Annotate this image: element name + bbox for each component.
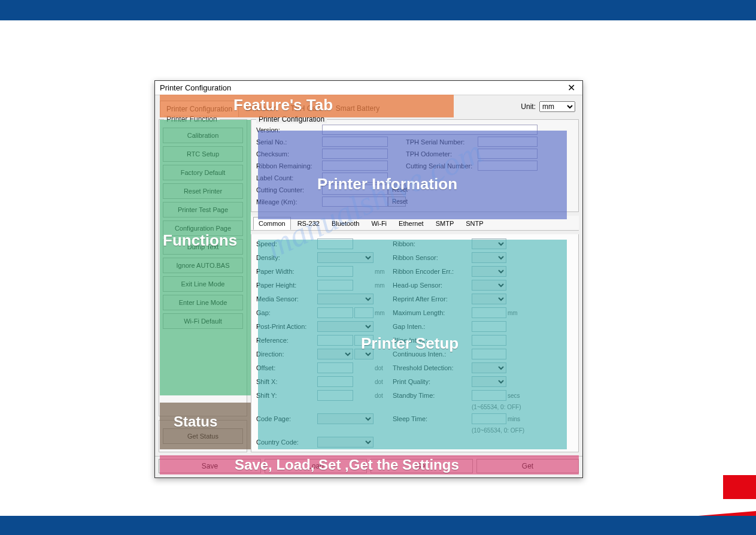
page-bottom-banner — [0, 516, 756, 535]
fn-exit-line-mode[interactable]: Exit Line Mode — [163, 276, 243, 292]
setup-left-label-7: Reference: — [256, 337, 316, 344]
setup-left-label-12: Code Page: — [256, 415, 316, 422]
setup-left-8-b[interactable] — [354, 349, 374, 359]
tab-smart-battery[interactable]: Smart Battery — [329, 100, 386, 117]
setup-left-2[interactable] — [317, 266, 353, 277]
setup-left-label-6: Post-Print Action: — [256, 323, 316, 330]
ctab-sntp[interactable]: SNTP — [460, 217, 488, 230]
setup-left-7-b[interactable] — [354, 335, 374, 346]
setup-left-label-4: Media Sensor: — [256, 295, 316, 303]
ctab-smtp[interactable]: SMTP — [430, 217, 460, 230]
bottom-bar: Save Load Set Get — [155, 456, 582, 475]
unit-select[interactable]: mm — [539, 101, 575, 112]
fn-wifi-default[interactable]: Wi-Fi Default — [163, 313, 243, 329]
setup-left-4[interactable] — [317, 294, 374, 304]
setup-left-10[interactable] — [317, 376, 353, 387]
setup-left-label-2: Paper Width: — [256, 268, 316, 275]
printer-config-window: Printer Configuration ✕ Printer Configur… — [154, 80, 583, 478]
setup-left-1[interactable] — [317, 252, 374, 263]
setup-right-hint-11: (1~65534, 0: OFF) — [472, 404, 529, 410]
val-label-count — [322, 173, 388, 183]
get-button[interactable]: Get — [476, 459, 579, 473]
close-icon[interactable]: ✕ — [565, 82, 578, 93]
setup-left-6[interactable] — [317, 321, 374, 332]
setup-left-label-5: Gap: — [256, 309, 316, 316]
setup-left-label-10: Shift X: — [256, 378, 316, 385]
save-button[interactable]: Save — [159, 459, 261, 473]
setup-left-13[interactable] — [317, 437, 374, 448]
val-cutting-counter — [322, 185, 388, 195]
tab-emulation[interactable]: Emulation — [239, 100, 284, 117]
setup-right-12[interactable] — [472, 413, 506, 424]
val-checksum — [322, 149, 388, 159]
setup-right-11[interactable] — [472, 390, 506, 401]
setup-left-8-a[interactable] — [317, 349, 353, 359]
fn-ignore-autobas[interactable]: Ignore AUTO.BAS — [163, 258, 243, 273]
setup-right-0[interactable] — [472, 238, 506, 249]
val-cutting-serial — [478, 161, 538, 171]
set-button[interactable]: Set — [371, 459, 473, 473]
val-serial — [322, 137, 388, 147]
lbl-label-count: Label Count: — [256, 174, 322, 182]
printer-function-group: Printer Function Calibration RTC Setup F… — [159, 119, 247, 416]
setup-left-3[interactable] — [317, 280, 353, 291]
setup-right-6[interactable] — [472, 321, 506, 332]
lbl-cutting-serial: Cutting Serial Number: — [406, 162, 478, 170]
val-tph-serial — [478, 137, 538, 147]
tab-printer-configuration[interactable]: Printer Configuration — [160, 101, 239, 117]
val-mileage — [322, 197, 388, 207]
lbl-mileage: Mileage (Km): — [256, 198, 322, 205]
fn-rtc-setup[interactable]: RTC Setup — [163, 146, 243, 162]
fn-printer-test-page[interactable]: Printer Test Page — [163, 202, 243, 217]
titlebar: Printer Configuration ✕ — [155, 81, 582, 95]
fn-factory-default[interactable]: Factory Default — [163, 165, 243, 180]
setup-left-label-8: Direction: — [256, 350, 316, 358]
setup-left-7-a[interactable] — [317, 335, 353, 346]
val-tph-odo — [478, 149, 538, 159]
setup-left-9[interactable] — [317, 362, 353, 373]
fn-configuration-page[interactable]: Configuration Page — [163, 220, 243, 236]
setup-right-label-3: Head-up Sensor: — [393, 282, 470, 289]
setup-right-label-7: Bline Inten.: — [393, 337, 470, 344]
fn-calibration[interactable]: Calibration — [163, 128, 243, 143]
setup-right-7[interactable] — [472, 335, 506, 346]
setup-right-8[interactable] — [472, 349, 506, 359]
load-button[interactable]: Load — [265, 459, 367, 473]
reset-cutting-button[interactable]: Reset — [388, 185, 406, 195]
fn-dump-text[interactable]: Dump Text — [163, 239, 243, 255]
lbl-cutting-counter: Cutting Counter: — [256, 186, 322, 194]
fn-reset-printer[interactable]: Reset Printer — [163, 183, 243, 199]
setup-right-3[interactable] — [472, 280, 506, 291]
setup-left-label-1: Density: — [256, 254, 316, 261]
reset-mileage-button[interactable]: Reset — [388, 197, 406, 207]
setup-left-0[interactable] — [317, 238, 353, 249]
ctab-bluetooth[interactable]: Bluetooth — [326, 217, 365, 230]
ctab-common[interactable]: Common — [253, 217, 291, 230]
setup-right-5[interactable] — [472, 307, 506, 318]
setup-right-10[interactable] — [472, 376, 506, 387]
tab-tph-care[interactable]: TPH Care — [284, 100, 329, 117]
get-status-button[interactable]: Get Status — [163, 428, 243, 444]
setup-right-2[interactable] — [472, 266, 506, 277]
setup-left-label-13: Country Code: — [256, 439, 316, 446]
setup-left-11[interactable] — [317, 390, 353, 401]
setup-right-label-4: Reprint After Error: — [393, 295, 470, 303]
setup-right-label-5: Maximum Length: — [393, 309, 470, 316]
setup-left-5-a[interactable] — [317, 307, 353, 318]
setup-right-4[interactable] — [472, 294, 506, 304]
ctab-wifi[interactable]: Wi-Fi — [366, 217, 392, 230]
setup-left-5-b[interactable] — [354, 307, 374, 318]
setup-right-label-6: Gap Inten.: — [393, 323, 470, 330]
ctab-rs232[interactable]: RS-232 — [292, 217, 325, 230]
setup-left-label-11: Shift Y: — [256, 392, 316, 399]
setup-left-12[interactable] — [317, 413, 374, 424]
setup-right-9[interactable] — [472, 362, 506, 373]
val-version — [322, 125, 538, 135]
setup-right-hint-12: (10~65534, 0: OFF) — [472, 427, 529, 434]
setup-right-label-8: Continuous Inten.: — [393, 350, 470, 358]
page-top-banner — [0, 0, 756, 20]
fn-enter-line-mode[interactable]: Enter Line Mode — [163, 295, 243, 310]
setup-right-1[interactable] — [472, 252, 506, 263]
ctab-ethernet[interactable]: Ethernet — [393, 217, 429, 230]
config-tabs: Common RS-232 Bluetooth Wi-Fi Ethernet S… — [251, 216, 579, 231]
